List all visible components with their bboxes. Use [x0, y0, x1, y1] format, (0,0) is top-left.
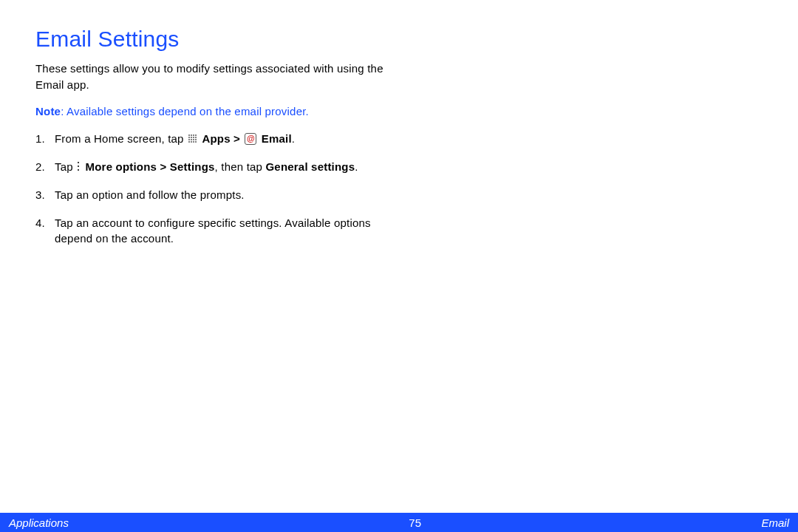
svg-point-5 [191, 137, 192, 138]
footer-section-label: Applications [9, 516, 69, 529]
note-paragraph: Note: Available settings depend on the e… [35, 103, 408, 120]
step-1-email: Email [258, 132, 291, 145]
steps-list: From a Home screen, tap Apps > Email. Ta… [35, 131, 408, 247]
step-2-mid: , then tap [215, 160, 266, 173]
svg-point-3 [195, 134, 197, 136]
svg-point-7 [195, 137, 197, 138]
svg-point-8 [188, 139, 190, 140]
step-1-pre: From a Home screen, tap [55, 132, 187, 145]
step-1-period: . [292, 132, 295, 145]
svg-point-14 [193, 141, 194, 143]
step-2: Tap More options > Settings, then tap Ge… [35, 159, 408, 175]
step-1-apps: Apps > [202, 132, 243, 145]
note-text: : Available settings depend on the email… [61, 105, 309, 117]
page-content: Email Settings These settings allow you … [0, 0, 443, 247]
svg-point-6 [193, 137, 194, 138]
svg-point-9 [191, 139, 192, 140]
step-1: From a Home screen, tap Apps > Email. [35, 131, 408, 147]
svg-point-15 [195, 141, 197, 143]
more-options-icon [76, 162, 81, 172]
svg-point-10 [193, 139, 194, 140]
footer-page-number: 75 [69, 516, 762, 529]
svg-point-4 [188, 137, 190, 138]
email-app-icon [245, 133, 256, 145]
note-label: Note [35, 105, 61, 117]
svg-point-2 [193, 134, 194, 136]
footer-topic-label: Email [761, 516, 789, 529]
svg-point-0 [188, 134, 190, 136]
svg-point-12 [188, 141, 190, 143]
step-2-general: General settings [265, 160, 355, 173]
svg-point-13 [191, 141, 192, 143]
page-title: Email Settings [35, 27, 408, 52]
page-footer: Applications 75 Email [0, 513, 798, 532]
svg-point-11 [195, 139, 197, 140]
step-3: Tap an option and follow the prompts. [35, 187, 408, 203]
step-2-more: More options > Settings [86, 160, 215, 173]
step-2-period: . [355, 160, 358, 173]
apps-grid-icon [188, 134, 198, 144]
step-4: Tap an account to configure specific set… [35, 215, 408, 248]
step-2-pre: Tap [55, 160, 76, 173]
svg-point-1 [191, 134, 192, 136]
intro-paragraph: These settings allow you to modify setti… [35, 61, 408, 93]
